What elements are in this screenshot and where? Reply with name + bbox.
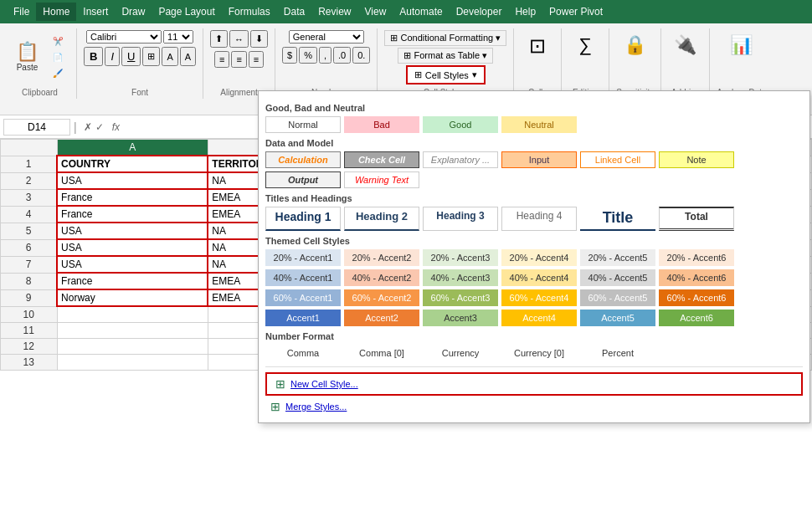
style-calculation[interactable]: Calculation: [265, 151, 341, 168]
percent-button[interactable]: %: [299, 47, 317, 64]
font-color-button[interactable]: A: [180, 47, 196, 66]
style-neutral[interactable]: Neutral: [501, 116, 577, 133]
menu-data[interactable]: Data: [277, 3, 311, 21]
menu-home[interactable]: Home: [36, 3, 76, 21]
style-accent6-60[interactable]: 60% - Accent6: [659, 289, 734, 306]
style-explanatory[interactable]: Explanatory ...: [423, 151, 498, 168]
align-bottom-button[interactable]: ⬇: [250, 30, 268, 48]
style-accent5-20[interactable]: 20% - Accent5: [580, 249, 655, 266]
style-heading2[interactable]: Heading 2: [344, 207, 419, 231]
style-check-cell[interactable]: Check Cell: [344, 151, 419, 168]
underline-button[interactable]: U: [121, 47, 141, 66]
cells-icon-btn[interactable]: ⊡: [521, 30, 554, 62]
menu-developer[interactable]: Developer: [450, 3, 509, 21]
cell-a10[interactable]: [57, 306, 208, 322]
style-accent3-40[interactable]: 40% - Accent3: [423, 269, 498, 286]
style-heading4[interactable]: Heading 4: [501, 207, 577, 231]
sensitivity-icon-btn[interactable]: 🔒: [618, 30, 652, 60]
style-heading1[interactable]: Heading 1: [265, 207, 341, 231]
col-a-header[interactable]: A: [57, 140, 208, 156]
align-top-button[interactable]: ⬆: [210, 30, 228, 48]
cell-a8[interactable]: France: [57, 273, 208, 289]
copy-button[interactable]: 📄: [46, 50, 69, 64]
menu-page-layout[interactable]: Page Layout: [152, 3, 221, 21]
align-center-button[interactable]: ≡: [231, 51, 246, 68]
style-accent2-60[interactable]: 60% - Accent2: [344, 289, 419, 306]
style-accent2-20[interactable]: 20% - Accent2: [344, 249, 419, 266]
style-normal[interactable]: Normal: [265, 116, 341, 133]
font-family-select[interactable]: Calibri: [86, 30, 162, 44]
menu-formulas[interactable]: Formulas: [222, 3, 277, 21]
style-accent5[interactable]: Accent5: [580, 310, 655, 326]
border-button[interactable]: ⊞: [142, 47, 160, 66]
style-accent5-60[interactable]: 60% - Accent5: [580, 289, 655, 306]
number-format-select[interactable]: General: [289, 30, 364, 44]
style-title[interactable]: Title: [580, 207, 655, 231]
style-warning-text[interactable]: Warning Text: [344, 171, 419, 188]
style-accent2-40[interactable]: 40% - Accent2: [344, 269, 419, 286]
cut-button[interactable]: ✂️: [46, 34, 69, 49]
style-good[interactable]: Good: [423, 116, 498, 133]
style-currency[interactable]: Currency: [423, 345, 498, 361]
decrease-decimal-button[interactable]: 0.: [352, 47, 370, 64]
font-size-select[interactable]: 11: [163, 30, 193, 44]
style-comma0[interactable]: Comma [0]: [344, 345, 419, 361]
menu-automate[interactable]: Automate: [393, 3, 449, 21]
italic-button[interactable]: I: [105, 47, 120, 66]
style-accent6[interactable]: Accent6: [659, 310, 734, 326]
style-accent4-40[interactable]: 40% - Accent4: [501, 269, 577, 286]
comma-button[interactable]: ,: [319, 47, 331, 64]
style-accent3-20[interactable]: 20% - Accent3: [423, 249, 498, 266]
cell-a2[interactable]: USA: [57, 172, 208, 189]
bold-button[interactable]: B: [84, 47, 103, 66]
cell-a1[interactable]: COUNTRY: [57, 156, 208, 172]
confirm-formula-icon[interactable]: ✓: [95, 121, 104, 133]
style-accent4-60[interactable]: 60% - Accent4: [501, 289, 577, 306]
conditional-formatting-button[interactable]: ⊞ Conditional Formatting ▾: [384, 30, 506, 46]
currency-button[interactable]: $: [282, 47, 297, 64]
merge-styles-button[interactable]: ⊞ Merge Styles...: [265, 397, 803, 416]
cell-styles-button[interactable]: ⊞ Cell Styles ▾: [406, 65, 486, 84]
style-accent4-20[interactable]: 20% - Accent4: [501, 249, 577, 266]
style-percent[interactable]: Percent: [580, 345, 655, 361]
analyze-data-btn[interactable]: 📊: [724, 30, 758, 60]
menu-view[interactable]: View: [358, 3, 393, 21]
style-total[interactable]: Total: [659, 207, 734, 231]
style-accent3[interactable]: Accent3: [423, 310, 498, 326]
menu-review[interactable]: Review: [311, 3, 357, 21]
style-accent1[interactable]: Accent1: [265, 310, 341, 326]
cell-a5[interactable]: USA: [57, 223, 208, 239]
new-cell-style-button[interactable]: ⊞ New Cell Style...: [265, 372, 803, 396]
style-accent2[interactable]: Accent2: [344, 310, 419, 326]
format-as-table-button[interactable]: ⊞ Format as Table ▾: [398, 48, 493, 64]
style-accent5-40[interactable]: 40% - Accent5: [580, 269, 655, 286]
cell-a4[interactable]: France: [57, 206, 208, 223]
style-comma[interactable]: Comma: [265, 345, 341, 361]
style-accent1-40[interactable]: 40% - Accent1: [265, 269, 341, 286]
style-input[interactable]: Input: [501, 151, 577, 168]
style-accent1-20[interactable]: 20% - Accent1: [265, 249, 341, 266]
style-accent6-20[interactable]: 20% - Accent6: [659, 249, 734, 266]
cell-a3[interactable]: France: [57, 189, 208, 206]
style-accent4[interactable]: Accent4: [501, 310, 577, 326]
editing-icon-btn[interactable]: ∑: [568, 30, 602, 60]
addins-icon-btn[interactable]: 🔌: [668, 30, 702, 60]
cell-reference-input[interactable]: D14: [3, 119, 70, 136]
increase-decimal-button[interactable]: .0: [333, 47, 351, 64]
style-currency0[interactable]: Currency [0]: [501, 345, 577, 361]
menu-insert[interactable]: Insert: [76, 3, 115, 21]
cancel-formula-icon[interactable]: ✗: [84, 121, 92, 133]
menu-file[interactable]: File: [7, 3, 36, 21]
cell-a9[interactable]: Norway: [57, 289, 208, 306]
style-accent3-60[interactable]: 60% - Accent3: [423, 289, 498, 306]
menu-help[interactable]: Help: [508, 3, 542, 21]
style-note[interactable]: Note: [659, 151, 734, 168]
align-right-button[interactable]: ≡: [249, 51, 264, 68]
menu-power-pivot[interactable]: Power Pivot: [542, 3, 609, 21]
cell-a13[interactable]: [57, 354, 208, 370]
style-accent1-60[interactable]: 60% - Accent1: [265, 289, 341, 306]
style-linked-cell[interactable]: Linked Cell: [580, 151, 655, 168]
style-accent6-40[interactable]: 40% - Accent6: [659, 269, 734, 286]
format-painter-button[interactable]: 🖌️: [46, 66, 69, 80]
cell-a12[interactable]: [57, 338, 208, 354]
